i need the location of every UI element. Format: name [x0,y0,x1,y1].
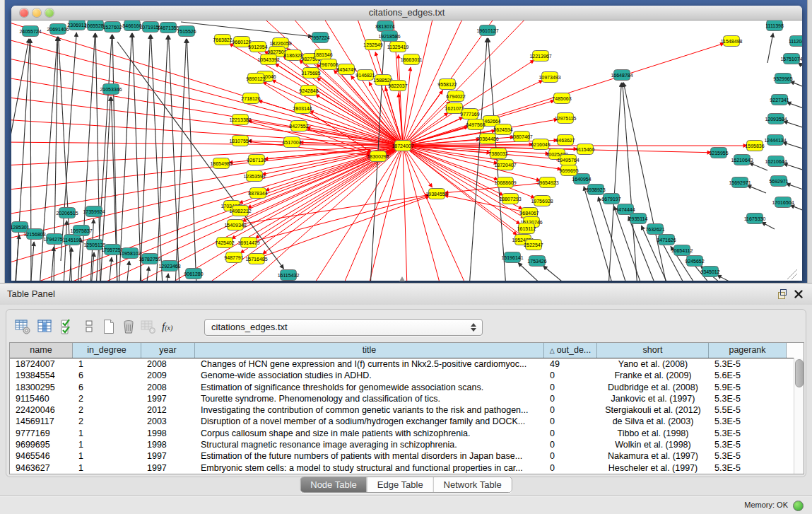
graph-node-label: 12444134 [764,138,786,143]
row-height-icon[interactable] [80,317,98,336]
graph-node-label: 8813074 [375,24,394,29]
column-header-short[interactable]: short [597,343,709,358]
table-settings-icon[interactable] [13,317,32,336]
window-title: citations_edges.txt [11,6,802,20]
column-header-year[interactable]: year [141,343,195,358]
table-row[interactable]: 946362711997Embryonic stem cells: a mode… [10,462,804,474]
graph-node-label: 10688609 [494,180,516,185]
close-panel-icon[interactable] [794,289,804,299]
cell-short: Nakamura et al. (1997) [597,450,709,462]
column-header-pagerank[interactable]: pagerank [709,343,787,358]
table-row[interactable]: 946554611997Estimation of the future num… [10,450,804,462]
window-titlebar[interactable]: citations_edges.txt [11,6,802,21]
cell-name: 9777169 [10,428,73,439]
cell-name: 9115460 [10,393,73,404]
tab-network-table[interactable]: Network Table [433,477,512,492]
cell-short: Dudbridge et al. (2008) [597,382,709,393]
column-header-in_degree[interactable]: in_degree [73,343,141,358]
graph-node-label: 19218586 [378,34,400,39]
column-view-icon[interactable] [36,317,54,336]
import-table-icon [139,317,158,336]
graph-node-label: 7632621 [645,227,664,232]
function-builder-icon[interactable]: f(x) [160,317,186,336]
table-row[interactable]: 1872400712008Changes of HCN gene express… [10,358,804,370]
graph-node-label: 8427552 [289,124,308,129]
cell-name: 9463627 [10,462,73,474]
tab-node-table[interactable]: Node Table [300,477,367,492]
float-panel-icon[interactable] [777,289,787,299]
graph-node-label: 16115432 [278,273,300,278]
table-row[interactable]: 977716911998Corpus callosum shape and si… [10,428,804,439]
column-header-name[interactable]: name [10,343,73,358]
tab-edge-table[interactable]: Edge Table [367,477,433,492]
table-row[interactable]: 1938455462009Genome-wide association stu… [10,370,804,381]
graph-node-label: 2935114 [629,216,648,221]
graph-node-label: 3624534 [493,127,512,132]
table-selector-dropdown[interactable]: citations_edges.txt [204,319,483,336]
table-panel-titlebar: Table Panel [0,283,812,305]
table-row[interactable]: 911546021997Tourette syndrome. Phenomeno… [10,393,804,404]
cell-short: Jankovic et al. (1997) [597,393,709,404]
vertical-scrollbar[interactable] [794,358,804,474]
graph-node-label: 10958107 [119,251,141,256]
table-row[interactable]: 969969511998Structural magnetic resonanc… [10,439,804,450]
window-resize-grip[interactable] [787,269,797,279]
cell-title: Structural magnetic resonance image aver… [195,439,544,450]
column-header-out_de[interactable]: △out_de... [544,343,597,358]
memory-ok-indicator-icon[interactable] [793,501,804,511]
graph-node-label: 9777169 [460,112,479,117]
graph-node-label: 12213967 [529,54,551,59]
column-header-label: short [643,345,663,355]
graph-node-label: 9822037 [388,83,407,88]
select-columns-icon[interactable] [59,317,77,336]
graph-node-label: 9558122 [437,82,457,87]
cell-name: 22420046 [10,404,73,416]
graph-node-label: 5912954 [248,45,267,49]
cell-year: 2008 [141,382,195,393]
graph-node-label: 18300295 [367,154,389,159]
cell-title: Corpus callosum shape and size in male p… [195,428,544,439]
graph-node-label: 10807467 [510,134,532,139]
cell-in_degree: 1 [73,358,141,370]
graph-node-label: 9267130 [247,158,266,163]
graph-node-label: 7386032 [488,151,507,156]
right-edge-strip [807,0,812,283]
cell-year: 1997 [141,450,195,462]
graph-node-label: 3175685 [301,71,320,76]
graph-node-label: 9474444 [616,207,635,212]
graph-node-label: 19610127 [476,28,498,33]
table-row[interactable]: 1456911722003Disruption of a novel membe… [10,416,804,427]
graph-node-label: 9660128 [232,40,251,45]
graph-node-label: 18654985 [210,161,232,166]
network-canvas[interactable]: 2405572420691406230691310655287152760284… [11,21,802,281]
table-row[interactable]: 1830029562008Estimation of significance … [10,382,804,393]
network-view-window: citations_edges.txt 24055724206914062306… [11,6,802,281]
delete-table-icon[interactable] [119,317,138,336]
scrollbar-thumb[interactable] [795,359,804,387]
new-table-icon[interactable] [100,317,118,336]
graph-node-label: 1111398 [765,23,784,28]
table-row[interactable]: 2242004622012Investigating the contribut… [10,404,804,416]
cell-year: 1997 [141,462,195,474]
graph-node-label: 18663011 [401,57,423,62]
graph-node-label: 14671355 [157,25,179,30]
column-header-title[interactable]: title [195,343,544,358]
graph-node-label: 7485063 [552,96,571,101]
cell-in_degree: 1 [73,439,141,450]
cell-short: Franke et al. (2009) [597,370,709,381]
graph-node-label: 9242848 [299,88,318,93]
cell-out_de: 0 [544,404,597,416]
graph-node-label: 16210643 [731,158,753,163]
graph-node-label: 10975837 [70,228,92,233]
graph-node-label: 20206515 [56,211,78,216]
memory-status-label: Memory: OK [744,496,788,514]
cell-pagerank: 5.3E-5 [709,462,787,474]
cell-out_de: 0 [544,370,597,381]
splitter-handle[interactable] [399,276,405,281]
fx-label-paren: (x) [165,324,172,332]
left-edge-strip [0,0,5,283]
cell-pagerank: 5.3E-5 [709,393,787,404]
table-selector-value: citations_edges.txt [211,320,288,335]
table-browser: f(x) citations_edges.txt namein_degreeye… [6,309,806,477]
cell-title: Estimation of significance thresholds fo… [195,382,544,393]
